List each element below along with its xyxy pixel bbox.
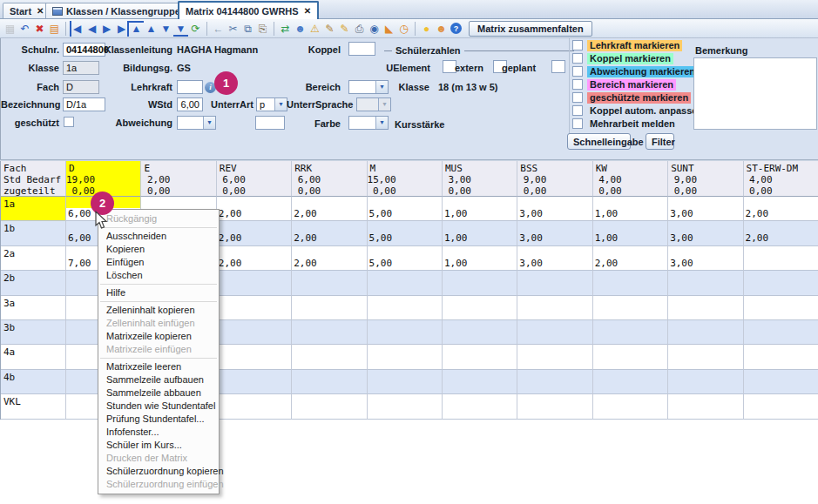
cell-3a-ST-ERW-DM[interactable] [744,296,818,320]
cell-1b-KW[interactable]: 1,00 [593,221,668,245]
move-up-icon[interactable]: ▲ [144,21,159,37]
cell-4b-SUNT[interactable] [668,370,743,394]
menu-item-stunden-wie-stundentafel[interactable]: Stunden wie Stundentafel [98,400,219,413]
row-header-4a[interactable]: 4a [1,345,66,369]
cell-1b-SUNT[interactable]: 3,00 [668,221,743,245]
column-header-KW[interactable]: KW4,000,00 [593,161,668,197]
chevron-down-icon[interactable] [375,117,388,129]
edit-notes-icon[interactable]: ✎ [337,21,352,37]
clock-icon[interactable]: ◷ [396,21,411,37]
cell-3a-REV[interactable] [217,296,292,320]
cell-4a-KW[interactable] [593,345,668,369]
cell-2b-M[interactable] [368,271,443,295]
cell-VKL-ST-ERW-DM[interactable] [744,394,818,419]
cell-1b-M[interactable]: 5,00 [368,221,443,245]
hint-bulb-icon[interactable]: ● [419,21,434,37]
row-header-3b[interactable]: 3b [1,320,66,345]
cell-1b-BSS[interactable]: 3,00 [517,221,592,245]
cell-VKL-SUNT[interactable] [668,394,743,419]
cell-4a-SUNT[interactable] [668,345,743,369]
row-header-1b[interactable]: 1b [1,221,66,245]
cell-1b-REV[interactable]: 2,00 [217,221,292,245]
cell-2b-BSS[interactable] [517,271,592,295]
nav-prev-icon[interactable]: ◀ [85,21,99,37]
row-header-2b[interactable]: 2b [1,271,66,295]
column-header-M[interactable]: M15,000,00 [368,161,443,197]
cell-VKL-M[interactable] [368,394,443,419]
paste-icon[interactable]: ⎘ [255,21,270,37]
chevron-down-icon[interactable] [274,98,287,111]
cell-4a-BSS[interactable] [517,345,592,369]
back-icon[interactable]: ← [211,21,226,37]
unterrart-zusatz-field[interactable] [255,116,285,130]
tab-start[interactable]: Start ✕ [3,3,51,18]
cell-2a-M[interactable]: 5,00 [368,246,443,271]
menu-item-zelleninhalt-kopieren[interactable]: Zelleninhalt kopieren [98,304,219,317]
nav-last-icon[interactable]: ▶ [114,21,129,37]
cell-2a-MUS[interactable]: 1,00 [443,246,517,271]
farbe-dropdown[interactable] [348,116,389,130]
legend-checkbox[interactable] [572,79,583,90]
nav-next-icon[interactable]: ▶ [99,21,114,37]
legend-checkbox[interactable] [572,66,583,77]
cell-3b-M[interactable] [368,320,443,345]
row-header-3a[interactable]: 3a [1,296,66,320]
cell-2b-REV[interactable] [217,271,292,295]
schnelleingabe-button[interactable]: Schnelleingabe [567,133,631,150]
koppel-field[interactable] [348,42,375,56]
cell-4b-M[interactable] [368,370,443,394]
lehrkraft-field[interactable] [177,80,203,94]
column-header-SUNT[interactable]: SUNT9,000,00 [668,161,743,197]
refresh-icon[interactable]: ⟳ [188,21,203,37]
copy-icon[interactable]: ⧉ [240,21,255,37]
cell-4b-BSS[interactable] [517,370,592,394]
legend-checkbox[interactable] [572,40,583,50]
legend-checkbox[interactable] [572,118,583,129]
legend-checkbox[interactable] [572,105,583,116]
report-warning-icon[interactable]: ⚠ [308,21,322,37]
cell-3a-KW[interactable] [593,296,668,320]
cell-4b-RRK[interactable] [292,370,367,394]
cell-2a-SUNT[interactable]: 3,00 [668,246,743,271]
menu-item-sammelzeile-aufbauen[interactable]: Sammelzeile aufbauen [98,373,219,386]
preview-eye-icon[interactable]: ◉ [367,21,382,37]
cell-1b-ST-ERW-DM[interactable]: 2,00 [744,221,818,245]
close-icon[interactable]: ✕ [304,6,311,16]
cell-2b-KW[interactable] [593,271,668,295]
menu-item-einfügen[interactable]: Einfügen [98,256,219,269]
geplant-field[interactable] [551,60,565,73]
geschuetzt-checkbox[interactable] [64,117,74,127]
cell-3a-M[interactable] [368,296,443,320]
transfer-folder-icon[interactable]: ⇄ [278,21,293,37]
menu-item-löschen[interactable]: Löschen [98,269,219,282]
cell-4a-REV[interactable] [217,345,292,369]
cell-2a-REV[interactable]: 2,00 [217,246,292,271]
menu-item-matrixzeile-kopieren[interactable]: Matrixzeile kopieren [98,330,219,343]
move-down-icon[interactable]: ▼ [159,21,173,37]
cell-1a-BSS[interactable]: 3,00 [517,197,592,221]
column-header-ST-ERW-DM[interactable]: ST-ERW-DM4,000,00 [744,161,818,197]
cell-3b-RRK[interactable] [292,320,367,345]
print-icon[interactable]: ⎙ [352,21,367,37]
menu-item-schülerzuordnung-kopieren[interactable]: Schülerzuordnung kopieren [98,465,219,478]
delete-icon[interactable]: ✖ [32,21,47,37]
legend-checkbox[interactable] [572,92,583,103]
users-icon[interactable]: ☻ [434,21,449,37]
cell-3b-KW[interactable] [593,320,668,345]
bemerkung-textarea[interactable] [693,57,817,130]
cell-1a-M[interactable]: 5,00 [368,197,443,221]
cell-1a-KW[interactable]: 1,00 [593,197,668,221]
cut-icon[interactable]: ✂ [226,21,240,37]
menu-item-sammelzeile-abbauen[interactable]: Sammelzeile abbauen [98,386,219,400]
cell-3b-ST-ERW-DM[interactable] [744,320,818,345]
menu-item-kopieren[interactable]: Kopieren [98,243,219,256]
nav-first-icon[interactable]: ◀ [70,21,85,37]
filter-button[interactable]: Filter [646,133,674,150]
menu-item-matrixzeile-leeren[interactable]: Matrixzeile leeren [98,360,219,373]
cell-4a-MUS[interactable] [443,345,517,369]
cell-3a-SUNT[interactable] [668,296,743,320]
menu-item-prüfung-stundentafel[interactable]: Prüfung Stundentafel... [98,413,219,426]
wstd-field[interactable]: 6,00 [177,97,203,111]
save-icon[interactable]: ▦ [3,21,17,37]
cell-3a-RRK[interactable] [292,296,367,320]
